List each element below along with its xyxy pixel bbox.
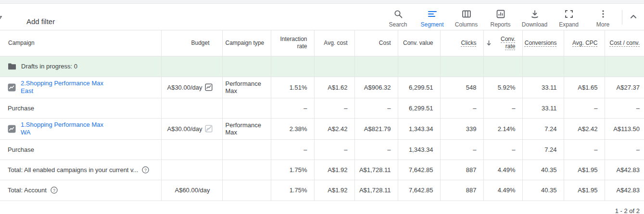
toolbar-divider [622,10,622,25]
download-button[interactable]: Download [518,8,552,28]
cost-value: A$1,728.11 [354,180,398,201]
table-header-row: Campaign Budget Campaign type Interactio… [0,30,644,56]
segment-label: Segment [420,21,443,28]
conversions-value: 40.35 [522,160,564,180]
add-filter-button[interactable]: Add filter [26,17,55,26]
total-label: Total: Account [8,187,47,194]
conversions-value: 7.24 [522,139,564,160]
column-header-clicks[interactable]: Clicks [440,30,483,56]
campaigns-table: Campaign Budget Campaign type Interactio… [0,30,644,201]
columns-button[interactable]: Columns [449,8,483,28]
conv-value-value: 6,299.51 [398,77,440,98]
collapse-table-button[interactable] [629,13,638,19]
column-header-campaign-type[interactable]: Campaign type [222,30,271,56]
reports-label: Reports [490,21,510,28]
more-button[interactable]: More [586,8,620,28]
segment-icon [427,8,438,20]
conv-rate-value: 4.49% [483,180,522,201]
column-header-campaign[interactable]: Campaign [0,30,161,56]
interaction-rate-value: – [271,139,314,160]
conv-rate-value: – [483,98,522,118]
reports-icon [495,8,506,20]
avg-cpc-value: – [564,98,605,118]
avg-cost-value: – [314,98,354,118]
conversion-segment-row: Purchase – – – 6,299.51 – – 33.11 – – [0,98,644,118]
interaction-rate-value: 1.75% [271,180,314,201]
column-header-conversions[interactable]: Conversions [522,30,564,56]
segment-button[interactable]: Segment [415,8,449,28]
conversions-value: 40.35 [522,180,564,201]
campaign-link[interactable]: 2.Shopping Performance Max East [21,80,103,95]
cost-value: A$821.79 [354,118,398,139]
reports-button[interactable]: Reports [483,8,518,28]
avg-cost-value: A$2.42 [314,118,354,139]
help-icon[interactable]: ? [51,187,58,194]
clipped-filter-icon [0,15,2,22]
sort-descending-icon [486,40,492,46]
column-header-cost[interactable]: Cost [354,30,398,56]
toolbar-actions: Search Segment Columns Reports Download [381,8,620,28]
clicks-value: – [440,98,483,118]
folder-icon [8,63,16,70]
clicks-value: 887 [440,180,483,201]
table-toolbar: Add filter Search Segment Columns Report… [0,4,644,30]
interaction-rate-value: 1.75% [271,160,314,180]
column-header-avg-cpc[interactable]: Avg. CPC [564,30,605,56]
avg-cost-value: – [314,139,354,160]
cost-per-conv-value: A$42.83 [605,160,644,180]
expand-button[interactable]: Expand [552,8,586,28]
campaign-status-icon [8,83,16,92]
column-header-avg-cost[interactable]: Avg. cost [314,30,354,56]
more-label: More [596,21,609,28]
avg-cpc-value: A$1.65 [564,77,605,98]
table-footer: 1 - 2 of 2 [0,201,644,214]
column-header-conv-rate[interactable]: Conv. rate [483,30,522,56]
clicks-value: – [440,139,483,160]
avg-cpc-value: A$1.95 [564,160,605,180]
chevron-up-icon [629,13,638,19]
cost-value: A$906.32 [354,77,398,98]
expand-label: Expand [559,21,579,28]
help-icon[interactable]: ? [142,166,149,174]
drafts-row[interactable]: Drafts in progress: 0 [0,56,644,77]
budget-value: A$30.00/day [167,125,202,133]
avg-cpc-value: A$1.95 [564,180,605,201]
column-header-interaction-rate[interactable]: Interaction rate [271,30,314,56]
campaign-type-value: Performance Max [222,77,271,98]
search-icon [393,8,404,20]
columns-icon [461,8,472,20]
budget-value: A$60.00/day [175,187,210,194]
campaign-row: 2.Shopping Performance Max East A$30.00/… [0,77,644,98]
avg-cpc-value: – [564,139,605,160]
search-button[interactable]: Search [381,8,415,28]
total-label: Total: All enabled campaigns in your cur… [8,166,138,174]
columns-label: Columns [455,21,478,28]
total-account-row: Total: Account ? A$60.00/day 1.75% A$1.9… [0,180,644,201]
conv-value-value: 1,343.34 [398,139,440,160]
interaction-rate-value: 1.51% [271,77,314,98]
conv-rate-value: 2.14% [483,118,522,139]
column-header-conv-value[interactable]: Conv. value [398,30,440,56]
avg-cost-value: A$1.62 [314,77,354,98]
clicks-value: 548 [440,77,483,98]
cost-per-conv-value: A$27.37 [605,77,644,98]
campaign-link[interactable]: 1.Shopping Performance Max WA [21,121,103,136]
interaction-rate-value: 2.38% [271,118,314,139]
column-header-budget[interactable]: Budget [161,30,222,56]
segment-label: Purchase [0,146,161,153]
column-header-cost-per-conv[interactable]: Cost / conv. [605,30,644,56]
bid-strategy-chart-icon[interactable] [205,83,213,91]
svg-text:?: ? [144,167,147,172]
page-background-strip [0,0,644,4]
conv-value-value: 1,343.34 [398,118,440,139]
more-icon [598,8,608,20]
cost-value: A$1,728.11 [354,160,398,180]
cost-value: – [354,98,398,118]
bid-strategy-chart-icon-disabled[interactable] [205,125,213,133]
avg-cpc-value: A$2.42 [564,118,605,139]
cost-per-conv-value: A$113.50 [605,118,644,139]
cost-value: – [354,139,398,160]
search-label: Search [389,21,407,28]
cost-per-conv-value: – [605,139,644,160]
conversions-value: 33.11 [522,77,564,98]
